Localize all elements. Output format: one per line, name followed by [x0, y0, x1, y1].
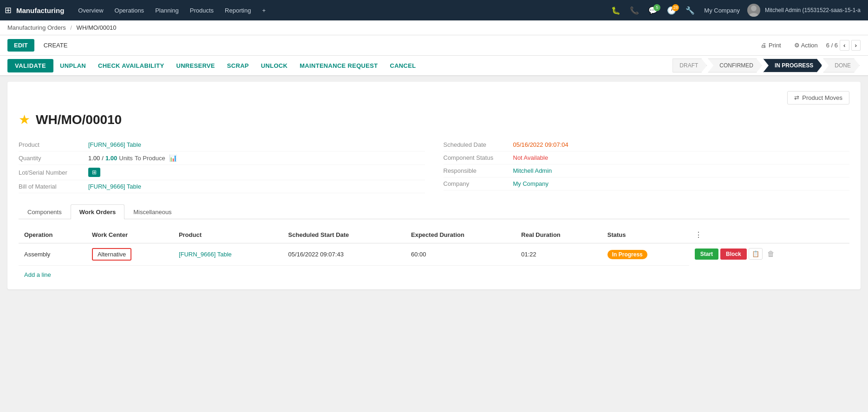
product-moves-area: ⇄ Product Moves: [19, 91, 849, 105]
qty-current: 1.00: [88, 155, 100, 162]
quantity-field: Quantity 1.00 / 1.00 Units To Produce 📊: [19, 151, 425, 165]
nav-plus[interactable]: +: [257, 5, 270, 16]
tab-work-orders[interactable]: Work Orders: [71, 204, 125, 219]
maintenance-request-button[interactable]: MAINTENANCE REQUEST: [294, 59, 383, 72]
chat-badge: 5: [653, 4, 660, 11]
app-name: Manufacturing: [16, 7, 64, 14]
unreserve-button[interactable]: UNRESERVE: [170, 59, 220, 72]
cell-real-duration: 01:22: [516, 243, 601, 266]
stage-confirmed[interactable]: CONFIRMED: [708, 59, 762, 72]
phone-icon[interactable]: 📞: [626, 4, 643, 17]
app-grid-icon[interactable]: ⊞: [5, 5, 12, 15]
clock-icon[interactable]: 🕐 28: [663, 4, 680, 17]
company-name: My Company: [700, 7, 744, 14]
scheduled-date-label: Scheduled Date: [444, 141, 513, 148]
scheduled-date-field: Scheduled Date 05/16/2022 09:07:04: [444, 138, 850, 151]
cell-scheduled-start: 05/16/2022 09:07:43: [283, 243, 405, 266]
status-badge: In Progress: [607, 250, 647, 259]
nav-planning[interactable]: Planning: [150, 5, 183, 16]
status-actions-bar: VALIDATE UNPLAN CHECK AVAILABILITY UNRES…: [0, 56, 868, 76]
work-orders-table: Operation Work Center Product Scheduled …: [19, 227, 849, 266]
stage-in-progress[interactable]: IN PROGRESS: [763, 59, 822, 72]
avatar[interactable]: [747, 4, 760, 17]
qty-suffix: To Produce: [135, 155, 165, 162]
cancel-button[interactable]: CANCEL: [384, 59, 421, 72]
star-icon[interactable]: ★: [19, 112, 30, 127]
responsible-label: Responsible: [444, 167, 513, 174]
qty-unit: Units: [119, 155, 133, 162]
product-moves-button[interactable]: ⇄ Product Moves: [787, 91, 849, 105]
col-work-center: Work Center: [86, 227, 173, 243]
bill-of-material-field: Bill of Material [FURN_9666] Table: [19, 180, 425, 193]
qty-separator: /: [102, 155, 104, 162]
breadcrumb-current: WH/MO/00010: [77, 24, 117, 31]
product-field: Product [FURN_9666] Table: [19, 138, 425, 151]
main-content: ⇄ Product Moves ★ WH/MO/00010 Product [F…: [0, 76, 868, 355]
prev-page-button[interactable]: ‹: [840, 40, 849, 51]
company-label: Company: [444, 180, 513, 187]
breadcrumb: Manufacturing Orders / WH/MO/00010: [0, 20, 868, 35]
nav-reporting[interactable]: Reporting: [220, 5, 255, 16]
delete-row-button[interactable]: 🗑: [764, 249, 777, 259]
next-page-button[interactable]: ›: [851, 40, 861, 51]
bom-label: Bill of Material: [19, 183, 88, 190]
create-button[interactable]: CREATE: [38, 39, 73, 52]
breadcrumb-separator: /: [70, 24, 72, 31]
validate-button[interactable]: VALIDATE: [7, 59, 53, 72]
detail-icon-button[interactable]: 📋: [749, 248, 763, 260]
chat-icon[interactable]: 💬 5: [645, 4, 661, 17]
edit-button[interactable]: EDIT: [7, 39, 34, 52]
print-button[interactable]: Print: [756, 40, 785, 51]
qty-target[interactable]: 1.00: [105, 155, 117, 162]
col-product: Product: [173, 227, 283, 243]
responsible-field: Responsible Mitchell Admin: [444, 164, 850, 177]
responsible-value[interactable]: Mitchell Admin: [513, 167, 552, 174]
unlock-button[interactable]: UNLOCK: [255, 59, 293, 72]
bug-icon[interactable]: 🐛: [607, 4, 624, 17]
cell-product: [FURN_9666] Table: [173, 243, 283, 266]
lot-serial-label: Lot/Serial Number: [19, 169, 88, 176]
work-center-value[interactable]: Alternative: [92, 248, 131, 261]
col-options: ⋮: [689, 227, 849, 243]
breadcrumb-parent[interactable]: Manufacturing Orders: [7, 24, 66, 31]
action-button[interactable]: Action: [790, 40, 822, 51]
block-button[interactable]: Block: [720, 249, 747, 260]
nav-overview[interactable]: Overview: [73, 5, 108, 16]
bom-value[interactable]: [FURN_9666] Table: [88, 183, 141, 190]
lot-serial-field: Lot/Serial Number ⊞: [19, 165, 425, 180]
stage-draft[interactable]: DRAFT: [672, 59, 707, 72]
unplan-button[interactable]: UNPLAN: [54, 59, 91, 72]
tab-components[interactable]: Components: [19, 204, 71, 219]
clock-badge: 28: [672, 4, 679, 11]
form-fields: Product [FURN_9666] Table Quantity 1.00 …: [19, 138, 849, 193]
nav-operations[interactable]: Operations: [110, 5, 149, 16]
row-product-value[interactable]: [FURN_9666] Table: [179, 251, 232, 258]
chart-icon[interactable]: 📊: [169, 154, 177, 162]
tab-miscellaneous[interactable]: Miscellaneous: [124, 204, 180, 219]
product-value[interactable]: [FURN_9666] Table: [88, 141, 141, 148]
record-header: ★ WH/MO/00010: [19, 112, 849, 127]
wrench-icon[interactable]: 🔧: [682, 4, 698, 17]
lot-serial-button[interactable]: ⊞: [88, 168, 100, 177]
cell-work-center[interactable]: Alternative: [86, 243, 173, 266]
stage-done[interactable]: DONE: [823, 59, 860, 72]
scheduled-date-value[interactable]: 05/16/2022 09:07:04: [513, 141, 568, 148]
scrap-button[interactable]: SCRAP: [222, 59, 255, 72]
check-availability-button[interactable]: CHECK AVAILABILITY: [92, 59, 170, 72]
company-value[interactable]: My Company: [513, 180, 549, 187]
company-field: Company My Company: [444, 177, 850, 190]
nav-products[interactable]: Products: [185, 5, 218, 16]
start-button[interactable]: Start: [695, 249, 718, 260]
table-row: Assembly Alternative [FURN_9666] Table 0…: [19, 243, 849, 266]
page-navigation: 6 / 6 ‹ ›: [826, 40, 861, 51]
table-header-row: Operation Work Center Product Scheduled …: [19, 227, 849, 243]
cell-operation: Assembly: [19, 243, 86, 266]
component-status-value: Not Available: [513, 154, 548, 161]
cell-actions: Start Block 📋 🗑: [689, 243, 849, 264]
col-real-duration: Real Duration: [516, 227, 601, 243]
record-card: ⇄ Product Moves ★ WH/MO/00010 Product [F…: [7, 82, 861, 289]
add-line-link[interactable]: Add a line: [19, 269, 57, 280]
record-title: WH/MO/00010: [36, 112, 122, 127]
col-scheduled-start: Scheduled Start Date: [283, 227, 405, 243]
column-options-button[interactable]: ⋮: [695, 230, 702, 239]
